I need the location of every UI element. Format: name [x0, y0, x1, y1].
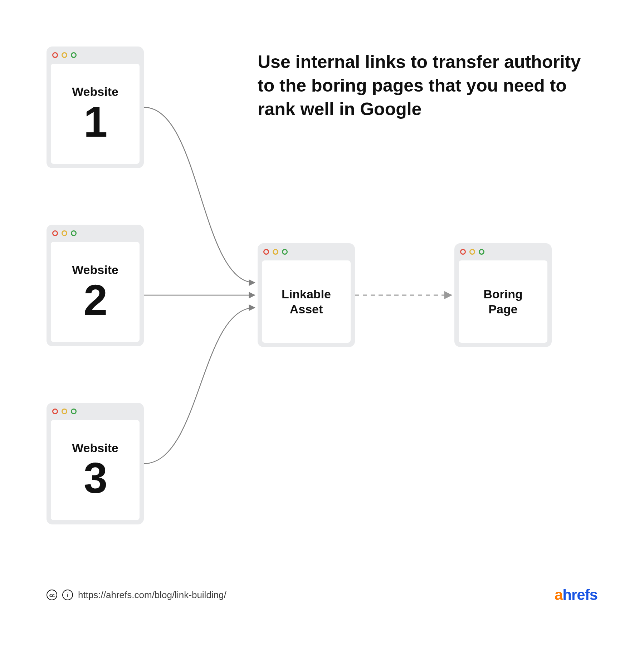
- ahrefs-logo: a hrefs: [555, 586, 597, 603]
- website-window-3: Website 3: [47, 403, 144, 524]
- window-body: Website 2: [51, 242, 140, 342]
- traffic-light-green-icon: [71, 409, 77, 414]
- arrow-website3-to-asset: [144, 308, 255, 464]
- traffic-light-green-icon: [71, 52, 77, 58]
- website-window-1: Website 1: [47, 47, 144, 168]
- source-url: https://ahrefs.com/blog/link-building/: [78, 590, 226, 601]
- linkable-asset-label: Linkable Asset: [282, 287, 331, 317]
- traffic-light-green-icon: [282, 249, 288, 255]
- window-chrome: [47, 47, 144, 64]
- ahrefs-logo-a: a: [555, 586, 562, 603]
- traffic-light-green-icon: [71, 230, 77, 236]
- website-label: Website: [72, 85, 118, 99]
- boring-page-window: Boring Page: [454, 243, 552, 347]
- traffic-light-yellow-icon: [62, 52, 67, 58]
- traffic-light-green-icon: [479, 249, 484, 255]
- linkable-asset-line2: Asset: [282, 302, 331, 317]
- window-body: Linkable Asset: [262, 260, 351, 343]
- boring-page-line1: Boring: [483, 287, 523, 302]
- traffic-light-yellow-icon: [273, 249, 278, 255]
- diagram-footer: cc i https://ahrefs.com/blog/link-buildi…: [47, 586, 597, 603]
- cc-license-icon: cc: [47, 590, 57, 600]
- traffic-light-yellow-icon: [62, 230, 67, 236]
- traffic-light-red-icon: [460, 249, 466, 255]
- attribution-by-icon: i: [62, 590, 73, 600]
- linkable-asset-line1: Linkable: [282, 287, 331, 302]
- traffic-light-red-icon: [263, 249, 269, 255]
- website-label: Website: [72, 441, 118, 455]
- traffic-light-yellow-icon: [469, 249, 475, 255]
- traffic-light-yellow-icon: [62, 409, 67, 414]
- linkable-asset-window: Linkable Asset: [258, 243, 355, 347]
- traffic-light-red-icon: [52, 52, 58, 58]
- window-body: Website 1: [51, 64, 140, 164]
- website-label: Website: [72, 263, 118, 277]
- website-number: 3: [84, 456, 107, 499]
- window-chrome: [258, 243, 355, 260]
- window-chrome: [47, 225, 144, 242]
- attribution: cc i https://ahrefs.com/blog/link-buildi…: [47, 590, 226, 601]
- diagram-headline: Use internal links to transfer authority…: [258, 50, 587, 121]
- traffic-light-red-icon: [52, 409, 58, 414]
- boring-page-line2: Page: [483, 302, 523, 317]
- traffic-light-red-icon: [52, 230, 58, 236]
- ahrefs-logo-rest: hrefs: [562, 586, 597, 603]
- website-number: 1: [84, 100, 107, 143]
- arrow-website1-to-asset: [144, 107, 255, 283]
- window-chrome: [454, 243, 552, 260]
- window-body: Website 3: [51, 420, 140, 520]
- window-chrome: [47, 403, 144, 420]
- website-window-2: Website 2: [47, 225, 144, 346]
- window-body: Boring Page: [459, 260, 547, 343]
- website-number: 2: [84, 278, 107, 321]
- boring-page-label: Boring Page: [483, 287, 523, 317]
